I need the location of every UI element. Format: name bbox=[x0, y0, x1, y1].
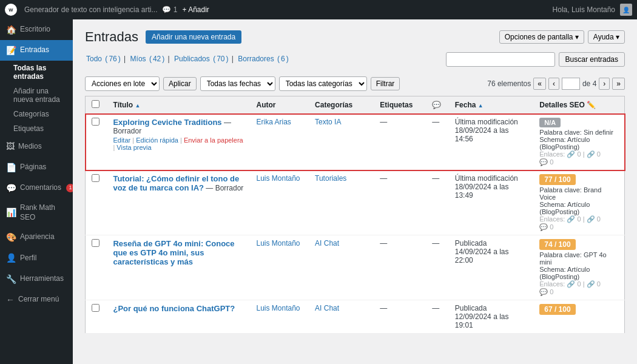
sidebar-label-medios: Medios bbox=[18, 142, 42, 152]
th-date[interactable]: Fecha ▲ bbox=[449, 96, 533, 114]
page-title: Entradas bbox=[85, 29, 138, 45]
row-checkbox-cell bbox=[86, 170, 107, 235]
action-editar[interactable]: Editar bbox=[113, 136, 130, 144]
sidebar-sub-anadir[interactable]: Añadir una nueva entrada bbox=[0, 84, 73, 107]
sidebar-item-comentarios[interactable]: 💬 Comentarios 1 bbox=[0, 178, 73, 198]
th-comments: 💬 bbox=[426, 96, 449, 114]
row-checkbox-cell bbox=[86, 114, 107, 170]
category-link-3[interactable]: AI Chat bbox=[315, 304, 339, 312]
search-button[interactable]: Buscar entradas bbox=[559, 52, 625, 67]
filter-borradores[interactable]: Borradores (6) bbox=[237, 55, 288, 63]
author-link-2[interactable]: Luis Montaño bbox=[257, 239, 300, 248]
sidebar-sub-todas[interactable]: Todas las entradas bbox=[0, 61, 73, 84]
admin-bar-comments[interactable]: 💬 1 bbox=[162, 5, 177, 14]
seo-score-badge-1: 77 / 100 bbox=[539, 174, 575, 185]
sidebar-item-apariencia[interactable]: 🎨 Apariencia bbox=[0, 227, 73, 248]
sidebar-item-entradas[interactable]: 📝 Entradas bbox=[0, 40, 73, 61]
post-title-link-0[interactable]: Exploring Ceviche Traditions bbox=[113, 118, 221, 127]
category-link-0[interactable]: Texto IA bbox=[315, 118, 341, 126]
admin-bar: W Generador de texto con inteligencia ar… bbox=[0, 0, 637, 19]
category-cell-0: Texto IA bbox=[309, 114, 374, 170]
tags-cell-0: — bbox=[374, 114, 426, 170]
action-enviar-a-la-papelera[interactable]: Enviar a la papelera bbox=[184, 136, 243, 144]
category-cell-1: Tutoriales bbox=[309, 170, 374, 235]
select-all-checkbox[interactable] bbox=[92, 100, 99, 108]
row-checkbox-2[interactable] bbox=[92, 239, 99, 247]
category-link-1[interactable]: Tutoriales bbox=[315, 174, 346, 183]
appearance-icon: 🎨 bbox=[6, 232, 16, 243]
main-content: Entradas Añadir una nueva entrada Opcion… bbox=[73, 19, 637, 364]
total-items: 76 elementos bbox=[487, 79, 531, 88]
first-page-button[interactable]: « bbox=[533, 78, 546, 90]
tools-icon: 🔧 bbox=[6, 274, 16, 285]
th-seo[interactable]: Detalles SEO ✏️ bbox=[533, 96, 624, 114]
date-label-1: Última modificación bbox=[455, 174, 518, 183]
date-label-3: Publicada bbox=[455, 304, 487, 312]
filter-publicados[interactable]: Publicados (70) bbox=[173, 55, 228, 63]
seo-comments-0: 💬 0 bbox=[539, 158, 618, 166]
add-new-button[interactable]: Añadir una nueva entrada bbox=[146, 30, 241, 44]
bulk-actions-select[interactable]: Acciones en lote bbox=[85, 76, 160, 91]
th-title[interactable]: Título ▲ bbox=[107, 96, 250, 114]
comments-cell-1: — bbox=[426, 170, 449, 235]
author-link-0[interactable]: Erika Arias bbox=[257, 118, 291, 126]
sidebar-item-paginas[interactable]: 📄 Páginas bbox=[0, 157, 73, 178]
sidebar-item-perfil[interactable]: 👤 Perfil bbox=[0, 248, 73, 268]
sidebar-item-cerrarmenu[interactable]: ← Cerrar menú bbox=[0, 289, 73, 310]
date-cell-0: Última modificación 18/09/2024 a las 14:… bbox=[449, 114, 533, 170]
sidebar-label-comentarios: Comentarios bbox=[20, 183, 61, 193]
dates-filter-select[interactable]: Todas las fechas bbox=[200, 76, 275, 91]
last-page-button[interactable]: » bbox=[612, 78, 625, 90]
admin-bar-add-new[interactable]: + Añadir bbox=[183, 5, 209, 14]
th-categories: Categorías bbox=[309, 96, 374, 114]
table-row: ¿Por qué no funciona ChatGPT? Luis Monta… bbox=[86, 300, 625, 334]
filter-todo[interactable]: Todo (76) bbox=[85, 55, 121, 63]
admin-bar-site-name[interactable]: Generador de texto con inteligencia arti… bbox=[24, 5, 157, 14]
total-pages-label: de 4 bbox=[582, 79, 596, 88]
tags-cell-2: — bbox=[374, 235, 426, 300]
sidebar-item-herramientas[interactable]: 🔧 Herramientas bbox=[0, 269, 73, 289]
row-checkbox-0[interactable] bbox=[92, 118, 99, 126]
admin-bar-greeting: Hola, Luis Montaño bbox=[553, 5, 615, 14]
row-checkbox-1[interactable] bbox=[92, 174, 99, 182]
filter-button[interactable]: Filtrar bbox=[371, 77, 400, 90]
svg-text:W: W bbox=[8, 7, 13, 13]
sidebar-sub-etiquetas[interactable]: Etiquetas bbox=[0, 121, 73, 136]
admin-bar-avatar: 👤 bbox=[620, 4, 632, 16]
search-input[interactable] bbox=[446, 52, 555, 67]
apply-button[interactable]: Aplicar bbox=[163, 77, 197, 90]
media-icon: 🖼 bbox=[6, 141, 15, 152]
row-checkbox-3[interactable] bbox=[92, 304, 99, 312]
author-link-3[interactable]: Luis Montaño bbox=[257, 304, 300, 312]
post-title-link-2[interactable]: Reseña de GPT 4o mini: Conoce que es GTP… bbox=[113, 239, 234, 266]
filter-mios[interactable]: Míos (42) bbox=[129, 55, 165, 63]
sidebar-item-escritorio[interactable]: 🏠 Escritorio bbox=[0, 19, 73, 40]
seo-links-2: Enlaces: 🔗 0 | 🔗 0 bbox=[539, 280, 618, 288]
posts-icon: 📝 bbox=[6, 45, 16, 56]
prev-page-button[interactable]: ‹ bbox=[548, 78, 559, 90]
post-title-link-3[interactable]: ¿Por qué no funciona ChatGPT? bbox=[113, 304, 235, 313]
th-author: Autor bbox=[251, 96, 309, 114]
category-cell-3: AI Chat bbox=[309, 300, 374, 334]
sidebar: 🏠 Escritorio 📝 Entradas Todas las entrad… bbox=[0, 19, 73, 364]
sidebar-item-rankmath[interactable]: 📊 Rank Math SEO bbox=[0, 198, 73, 227]
categories-filter-select[interactable]: Todas las categorías bbox=[279, 76, 367, 91]
category-link-2[interactable]: AI Chat bbox=[315, 239, 339, 248]
next-page-button[interactable]: › bbox=[599, 78, 610, 90]
sidebar-sub-categorias[interactable]: Categorías bbox=[0, 107, 73, 121]
page-header: Entradas Añadir una nueva entrada Opcion… bbox=[85, 29, 625, 45]
seo-schema-1: Schema: Artículo (BlogPosting) bbox=[539, 201, 618, 215]
help-button[interactable]: Ayuda ▾ bbox=[588, 30, 625, 44]
closemenu-icon: ← bbox=[6, 294, 15, 305]
screen-options-button[interactable]: Opciones de pantalla ▾ bbox=[499, 30, 584, 44]
sidebar-label-cerrarmenu: Cerrar menú bbox=[18, 295, 59, 305]
page-number-input[interactable]: 1 bbox=[562, 78, 580, 90]
author-link-1[interactable]: Luis Montaño bbox=[257, 174, 300, 183]
sidebar-label-paginas: Páginas bbox=[20, 163, 46, 172]
action-vista-previa[interactable]: Vista previa bbox=[116, 144, 151, 151]
seo-links-0: Enlaces: 🔗 0 | 🔗 0 bbox=[539, 150, 618, 158]
action-edición-rápida[interactable]: Edición rápida bbox=[136, 136, 178, 144]
sidebar-sub-entradas: Todas las entradas Añadir una nueva entr… bbox=[0, 61, 73, 136]
posts-table: Título ▲ Autor Categorías Etiquetas 💬 Fe… bbox=[85, 96, 625, 334]
sidebar-item-medios[interactable]: 🖼 Medios bbox=[0, 136, 73, 157]
